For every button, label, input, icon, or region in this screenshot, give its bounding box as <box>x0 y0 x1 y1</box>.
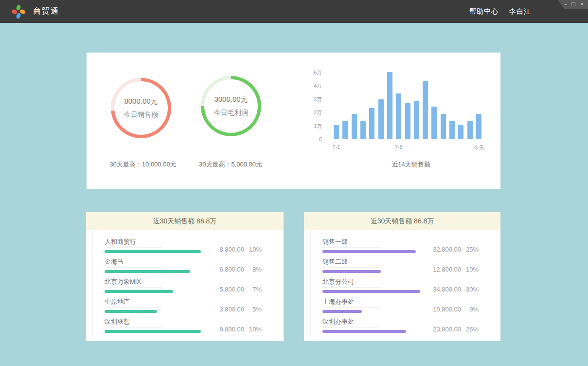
rank-row-percent: 25% <box>461 246 479 253</box>
rank-row-value: 5,800.00 <box>205 286 244 293</box>
today-sales-label: 今日销售额 <box>124 110 158 119</box>
help-center-link[interactable]: 帮助中心 <box>469 7 499 16</box>
rank-row-figures: 8,800.0010% <box>205 326 262 333</box>
rank-row-name: 北京分公司 <box>322 278 380 288</box>
daily-sales-bar <box>405 103 410 139</box>
rank-row-percent: 9% <box>461 306 479 313</box>
x-tick-label: 7-1 <box>333 144 340 150</box>
rank-row-bar <box>322 270 381 273</box>
daily-sales-bar <box>352 114 357 139</box>
rank-row-name: 金海马 <box>105 258 162 268</box>
y-tick-label: 2万 <box>305 109 322 116</box>
rank-row-value: 8,800.00 <box>205 326 244 333</box>
today-profit-30d-max: 30天最高：5,000.00元 <box>172 160 289 169</box>
minimize-icon[interactable]: – <box>564 2 567 7</box>
department-rank-list: 销售一部32,800.0025%销售二部12,800.0010%北京分公司34,… <box>304 230 500 332</box>
rank-row-figures: 8,800.0010% <box>205 246 262 253</box>
rank-row-percent: 10% <box>244 246 262 253</box>
rank-row-figures: 6,800.008% <box>205 266 262 273</box>
maximize-icon[interactable]: □ <box>571 2 575 7</box>
daily-sales-bar <box>441 114 446 139</box>
rank-row-bar <box>322 330 406 333</box>
rank-row-value: 23,800.00 <box>422 326 461 333</box>
rank-row: 北京万象MIX5,800.007% <box>105 277 262 292</box>
customer-rank-title: 近30天销售额 86.8万 <box>86 212 284 230</box>
rank-row-percent: 8% <box>244 266 262 273</box>
today-profit-value: 3000.00元 <box>214 95 248 104</box>
customer-rank-list: 人和商贸行8,800.0010%金海马6,800.008%北京万象MIX5,80… <box>86 230 284 332</box>
customer-rank-card: 近30天销售额 86.8万 人和商贸行8,800.0010%金海马6,800.0… <box>86 212 284 341</box>
today-sales-ring: 8000.00元 今日销售额 <box>111 78 171 138</box>
today-summary-card: 8000.00元 今日销售额 30天最高：10,000.00元 3000.00元… <box>87 53 500 189</box>
x-tick-label: 今天 <box>474 144 484 151</box>
rank-row: 深圳办事处23,800.0026% <box>322 317 479 332</box>
rank-row-value: 3,800.00 <box>205 306 244 313</box>
department-rank-card: 近30天销售额 86.8万 销售一部32,800.0025%销售二部12,800… <box>304 212 500 341</box>
rank-row-percent: 26% <box>461 326 479 333</box>
rank-row-bar <box>105 330 201 333</box>
rank-row-name: 深圳办事处 <box>322 318 380 328</box>
rank-row-figures: 34,800.0030% <box>422 286 479 293</box>
daily-sales-plot <box>334 66 481 139</box>
rank-row-percent: 30% <box>461 286 479 293</box>
rank-row: 中原地产3,800.005% <box>105 297 262 312</box>
rank-row-bar <box>105 270 190 273</box>
pinwheel-logo-icon <box>11 4 26 19</box>
rank-row: 深圳联想8,800.0010% <box>105 317 262 332</box>
today-sales-value: 8000.00元 <box>124 97 158 106</box>
rank-row: 上海办事处10,800.009% <box>322 297 479 312</box>
rank-row-value: 10,800.00 <box>422 306 461 313</box>
rank-row: 销售一部32,800.0025% <box>322 237 479 252</box>
daily-sales-bar <box>423 81 428 139</box>
rank-row-name: 中原地产 <box>105 298 162 308</box>
y-tick-label: 3万 <box>305 96 322 103</box>
titlebar-menu: 帮助中心 李白江 <box>469 7 531 16</box>
daily-sales-bar <box>476 114 481 139</box>
daily-sales-bar <box>360 121 366 139</box>
daily-sales-bar <box>334 125 339 139</box>
rank-row-value: 12,800.00 <box>422 266 461 273</box>
daily-sales-chart-title: 近14天销售额 <box>362 160 460 169</box>
rank-row-name: 人和商贸行 <box>105 238 162 248</box>
rank-row-percent: 10% <box>244 326 262 333</box>
today-profit-ring-center: 3000.00元 今日毛利润 <box>201 76 261 136</box>
app-title: 商贸通 <box>33 6 59 17</box>
y-tick-label: 0 <box>305 136 322 143</box>
rank-row-name: 上海办事处 <box>322 298 380 308</box>
today-sales-ring-center: 8000.00元 今日销售额 <box>111 78 171 138</box>
daily-sales-bar <box>449 121 455 139</box>
daily-sales-bar <box>342 121 348 139</box>
rank-row-percent: 7% <box>244 286 262 293</box>
daily-sales-bar <box>378 99 384 139</box>
rank-row-figures: 10,800.009% <box>422 306 479 313</box>
user-menu[interactable]: 李白江 <box>509 7 531 16</box>
rank-row-bar <box>322 250 416 253</box>
rank-row: 人和商贸行8,800.0010% <box>105 237 262 252</box>
x-tick-label: 7-8 <box>395 144 403 150</box>
rank-row-figures: 32,800.0025% <box>422 246 479 253</box>
daily-sales-chart: 01万2万3万4万5万7-17-8今天 <box>305 57 490 160</box>
rank-row-percent: 10% <box>461 266 479 273</box>
rank-row-bar <box>322 310 362 313</box>
daily-sales-bar <box>431 107 437 139</box>
daily-sales-bar <box>414 101 419 139</box>
today-profit-label: 今日毛利润 <box>214 109 248 117</box>
rank-row-bar <box>105 250 201 253</box>
titlebar: 商贸通 帮助中心 李白江 – □ ✕ <box>0 0 588 23</box>
rank-row-name: 销售二部 <box>322 258 380 268</box>
close-icon[interactable]: ✕ <box>580 2 584 7</box>
daily-sales-bar <box>387 72 392 139</box>
today-profit-ring: 3000.00元 今日毛利润 <box>201 76 261 136</box>
y-tick-label: 5万 <box>305 69 322 76</box>
rank-row-name: 北京万象MIX <box>105 278 162 288</box>
y-tick-label: 1万 <box>305 123 322 129</box>
rank-row-bar <box>105 290 173 293</box>
y-tick-label: 4万 <box>305 82 322 89</box>
rank-row-figures: 23,800.0026% <box>422 326 479 333</box>
daily-sales-bar <box>458 125 463 139</box>
rank-row-value: 6,800.00 <box>205 266 244 273</box>
rank-row-value: 8,800.00 <box>205 246 244 253</box>
window-controls: – □ ✕ <box>558 0 588 9</box>
rank-row-figures: 12,800.0010% <box>422 266 479 273</box>
daily-sales-bar <box>396 93 401 140</box>
